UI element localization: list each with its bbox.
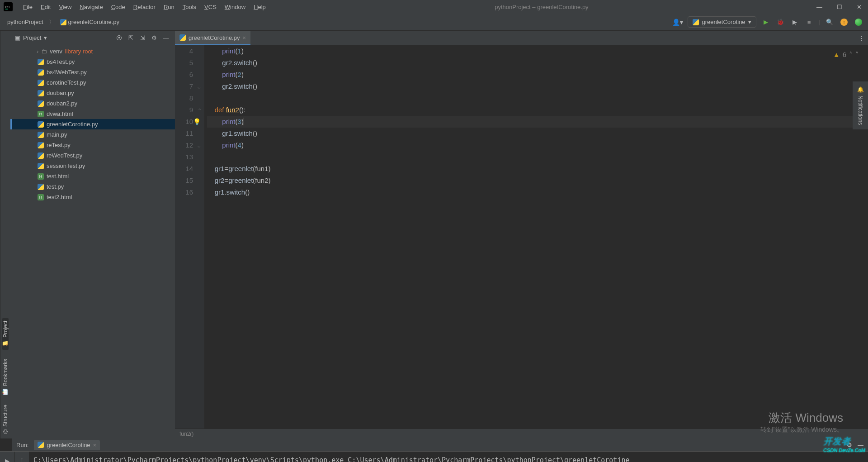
code-line[interactable] — [207, 92, 868, 104]
editor-more-icon[interactable]: ⋮ — [855, 35, 868, 42]
project-tool-tab[interactable]: 📁Project — [2, 318, 9, 350]
run-with-coverage-button[interactable]: ▶̣ — [790, 17, 800, 27]
editor-tab-greenletcorotine[interactable]: greenletCorotine.py × — [175, 31, 250, 45]
tree-file-reWedTest-py[interactable]: reWedTest.py — [10, 150, 175, 161]
rerun-button[interactable]: ▶ — [3, 456, 12, 462]
close-button[interactable]: ✕ — [854, 3, 864, 11]
hide-panel-icon[interactable] — [161, 33, 170, 43]
stop-button[interactable]: ■ — [804, 17, 814, 27]
tree-file-test-py[interactable]: test.py — [10, 181, 175, 192]
code-content[interactable]: print(1) gr2.switch() print(2) gr2.switc… — [204, 45, 868, 429]
tree-file-test-html[interactable]: Htest.html — [10, 171, 175, 181]
debug-button[interactable]: 🐞 — [775, 17, 785, 27]
tree-file-test2-html[interactable]: Htest2.html — [10, 192, 175, 202]
tree-file-douban2-py[interactable]: douban2.py — [10, 98, 175, 109]
pycharm-logo-icon: PC — [4, 2, 13, 11]
folder-icon: 🗀 — [41, 48, 47, 55]
code-with-me-icon[interactable] — [854, 17, 863, 27]
chevron-down-icon[interactable]: ▾ — [44, 34, 47, 41]
run-tab-greenletcorotine[interactable]: greenletCorotine × — [34, 440, 100, 450]
menu-help[interactable]: Help — [250, 2, 269, 12]
updates-available-icon[interactable]: ↑ — [839, 17, 849, 27]
tree-file-sessionTest-py[interactable]: sessionTest.py — [10, 161, 175, 171]
user-icon[interactable]: 👤▾ — [672, 19, 683, 26]
project-tree[interactable]: › 🗀 venv library root bs4Test.pybs4WebTe… — [10, 45, 175, 438]
run-config-label: greenletCorotine — [702, 19, 745, 25]
code-line[interactable]: gr2.switch() — [207, 57, 868, 69]
collapse-all-icon[interactable]: ⇲ — [138, 33, 147, 43]
run-console-output[interactable]: C:\Users\Administrator\PycharmProjects\p… — [29, 452, 868, 462]
venv-folder-label: venv — [50, 48, 62, 55]
inspection-widget[interactable]: ▲ 6 ˄ ˅ — [833, 49, 859, 61]
code-line[interactable]: gr1.switch() — [207, 186, 868, 198]
python-icon — [38, 100, 44, 107]
code-line[interactable] — [207, 151, 868, 163]
code-line[interactable]: print(2) — [207, 69, 868, 81]
minimize-button[interactable]: — — [814, 3, 825, 11]
menu-refactor[interactable]: Refactor — [130, 2, 159, 12]
tree-file-bs4Test-py[interactable]: bs4Test.py — [10, 57, 175, 67]
tree-file-greenletCorotine-py[interactable]: greenletCorotine.py — [10, 119, 175, 129]
tree-file-corotineTest-py[interactable]: corotineTest.py — [10, 77, 175, 88]
menu-navigate[interactable]: Navigate — [76, 2, 106, 12]
editor-tabs: greenletCorotine.py × ⋮ — [175, 31, 868, 45]
tree-file-main-py[interactable]: main.py — [10, 129, 175, 140]
code-line[interactable]: def fun2(): — [207, 104, 868, 116]
expand-all-icon[interactable]: ⇱ — [126, 33, 135, 43]
menu-bar: FileEditViewNavigateCodeRefactorRunTools… — [19, 2, 269, 12]
breadcrumb-item[interactable]: pythonProject — [5, 17, 46, 27]
menu-vcs[interactable]: VCS — [201, 2, 220, 12]
python-icon — [38, 69, 44, 76]
tree-file-dvwa-html[interactable]: Hdvwa.html — [10, 109, 175, 119]
search-everywhere-button[interactable]: 🔍 — [825, 17, 835, 27]
run-configuration-selector[interactable]: greenletCorotine ▾ — [688, 16, 756, 28]
window-controls: — ☐ ✕ — [814, 3, 864, 11]
structure-tool-tab[interactable]: ⌬Structure — [2, 405, 9, 434]
next-highlight-icon[interactable]: ˅ — [855, 49, 859, 61]
code-line[interactable]: print(1) — [207, 45, 868, 57]
menu-window[interactable]: Window — [221, 2, 249, 12]
editor-tab-label: greenletCorotine.py — [189, 34, 240, 41]
close-tab-icon[interactable]: × — [242, 34, 246, 41]
breadcrumb-item[interactable]: greenletCorotine.py — [57, 17, 122, 27]
menu-view[interactable]: View — [55, 2, 75, 12]
run-button[interactable]: ▶ — [761, 17, 771, 27]
menu-code[interactable]: Code — [108, 2, 129, 12]
venv-folder[interactable]: › 🗀 venv library root — [10, 46, 175, 57]
menu-file[interactable]: File — [19, 2, 36, 12]
prev-highlight-icon[interactable]: ˄ — [849, 49, 853, 61]
menu-tools[interactable]: Tools — [179, 2, 200, 12]
python-icon — [38, 121, 44, 128]
menu-edit[interactable]: Edit — [37, 2, 54, 12]
code-line[interactable]: 💡 print(3) — [207, 116, 868, 128]
run-tab-label: greenletCorotine — [47, 442, 90, 448]
python-icon — [38, 163, 44, 169]
notifications-tool-tab[interactable]: 🔔 Notifications — [853, 81, 868, 129]
python-icon — [38, 132, 44, 138]
line-number: 13 — [175, 151, 193, 163]
close-run-tab-icon[interactable]: × — [93, 442, 97, 448]
tree-file-douban-py[interactable]: douban.py — [10, 88, 175, 98]
panel-settings-icon[interactable] — [150, 33, 159, 43]
html-icon: H — [38, 173, 44, 180]
up-stack-icon[interactable]: ↑ — [20, 456, 24, 462]
locate-file-icon[interactable]: ⦿ — [114, 33, 123, 43]
bookmarks-tool-tab[interactable]: 📑Bookmarks — [2, 359, 9, 395]
run-tool-window: ▶ 🔧 ■ 📌 ↑ ↓ ⤶ ⤓ 🖶 🗑 C:\Users\Administrat… — [0, 451, 868, 462]
code-line[interactable]: print(4) — [207, 139, 868, 151]
maximize-button[interactable]: ☐ — [834, 3, 845, 11]
project-panel-title[interactable]: Project — [23, 34, 41, 41]
code-line[interactable]: gr2=greenlet(fun2) — [207, 175, 868, 186]
code-editor[interactable]: 45678910111213141516 ⌵⌃⌵ print(1) gr2.sw… — [175, 45, 868, 429]
code-line[interactable]: gr2.switch() — [207, 81, 868, 92]
menu-run[interactable]: Run — [160, 2, 178, 12]
code-line[interactable]: gr1=greenlet(fun1) — [207, 163, 868, 175]
python-icon — [38, 142, 44, 148]
code-line[interactable]: gr1.switch() — [207, 128, 868, 139]
python-icon — [179, 34, 186, 41]
python-icon — [38, 80, 44, 86]
function-breadcrumb[interactable]: fun2() — [179, 431, 193, 437]
tree-file-bs4WebTest-py[interactable]: bs4WebTest.py — [10, 67, 175, 77]
python-icon — [38, 152, 44, 159]
tree-file-reTest-py[interactable]: reTest.py — [10, 140, 175, 150]
